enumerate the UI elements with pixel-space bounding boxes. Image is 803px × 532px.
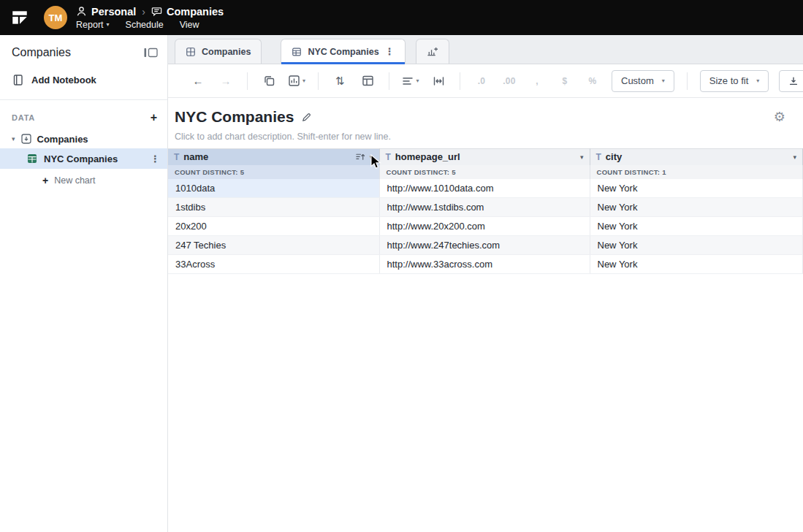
table-cell[interactable]: 1010data	[168, 179, 379, 198]
title-row: NYC Companies ⚙	[168, 98, 803, 126]
caret-down-icon[interactable]: ▾	[370, 153, 373, 161]
table-cell[interactable]: New York	[590, 255, 803, 274]
text-type-icon: T	[596, 152, 601, 162]
comma-format-button[interactable]: ,	[528, 72, 546, 91]
topbar: TM Personal › Companies Report ▾ Sc	[0, 0, 803, 35]
toolbar-divider	[687, 72, 688, 90]
toolbar-divider	[318, 72, 319, 90]
sidebar-item-companies-dataset[interactable]: ▾ Companies	[0, 129, 167, 148]
table-cell[interactable]: 20x200	[168, 217, 379, 236]
tab-strip: Companies NYC Companies ⋮	[168, 35, 803, 64]
table-cell[interactable]: http://www.1010data.com	[379, 179, 590, 198]
custom-format-button[interactable]: Custom ▾	[612, 70, 674, 92]
chevron-down-icon[interactable]: ▾	[12, 135, 15, 142]
collapse-sidebar-icon[interactable]	[143, 47, 159, 58]
percent-format-button[interactable]: %	[584, 72, 601, 91]
topbar-menu: Report ▾ Schedule View	[76, 20, 224, 30]
chart-description-placeholder[interactable]: Click to add chart description. Shift-en…	[168, 126, 803, 142]
sort-button[interactable]: ⇅	[331, 72, 349, 91]
column-stats-homepage-url: COUNT DISTINCT: 5	[379, 165, 590, 179]
table-icon	[292, 47, 302, 57]
column-label: city	[606, 151, 622, 162]
user-avatar[interactable]: TM	[44, 6, 67, 29]
caret-down-icon[interactable]: ▾	[793, 153, 796, 161]
forward-button[interactable]: →	[217, 72, 235, 91]
breadcrumb: Personal › Companies	[76, 6, 224, 18]
caret-down-icon[interactable]: ▾	[580, 153, 584, 161]
increase-decimal-button[interactable]: .00	[501, 72, 518, 91]
table-cell[interactable]: New York	[590, 217, 803, 236]
alignment-button[interactable]: ▾	[402, 72, 419, 91]
data-section-label: DATA	[12, 113, 35, 122]
sort-ascending-icon[interactable]	[355, 152, 365, 162]
table-row: 33Across http://www.33across.com New Yor…	[168, 255, 803, 274]
decrease-decimal-button[interactable]: .0	[473, 72, 490, 91]
column-stats-city: COUNT DISTINCT: 1	[590, 165, 803, 179]
kebab-menu-icon[interactable]: ⋮	[151, 153, 160, 164]
add-notebook-button[interactable]: Add Notebook	[0, 66, 167, 100]
collection-icon	[151, 6, 162, 17]
chart-type-button[interactable]: ▾	[288, 72, 305, 91]
table-icon	[26, 153, 38, 164]
menu-schedule[interactable]: Schedule	[126, 20, 164, 30]
table-cell[interactable]: http://www.1stdibs.com	[379, 198, 590, 217]
text-type-icon: T	[386, 152, 391, 162]
add-notebook-label: Add Notebook	[31, 75, 96, 86]
content-area: NYC Companies ⚙ Click to add chart descr…	[168, 98, 803, 532]
caret-down-icon: ▾	[416, 77, 419, 84]
table-cell[interactable]: http://www.33across.com	[379, 255, 590, 274]
toolbar-divider	[460, 72, 460, 90]
toolbar: ← → ▾ ⇅ ▾ .0 .00	[168, 64, 803, 98]
menu-view[interactable]: View	[180, 20, 199, 30]
settings-gear-icon[interactable]: ⚙	[774, 110, 785, 123]
sidebar-title: Companies	[12, 46, 71, 59]
main-area: Companies NYC Companies ⋮ ← →	[168, 35, 803, 532]
dataset-icon	[20, 133, 32, 145]
person-icon	[76, 6, 87, 17]
column-header-homepage-url[interactable]: T homepage_url ▾	[379, 149, 590, 165]
table-cell[interactable]: New York	[590, 198, 803, 217]
caret-down-icon: ▾	[302, 77, 305, 84]
sidebar-item-nyc-companies[interactable]: NYC Companies ⋮	[0, 148, 167, 169]
breadcrumb-item[interactable]: Companies	[167, 6, 224, 18]
table-cell[interactable]: 247 Techies	[168, 236, 379, 255]
edit-title-pencil-icon[interactable]	[301, 112, 312, 123]
table-cell[interactable]: http://www.20x200.com	[379, 217, 590, 236]
breadcrumb-workspace[interactable]: Personal	[91, 6, 136, 18]
column-header-name[interactable]: T name ▾	[168, 149, 379, 165]
tab-companies[interactable]: Companies	[175, 39, 262, 64]
column-stats-name: COUNT DISTINCT: 5	[168, 165, 379, 179]
toolbar-divider	[247, 72, 248, 90]
mode-logo[interactable]	[10, 7, 31, 28]
table-cell[interactable]: New York	[590, 236, 803, 255]
menu-report[interactable]: Report ▾	[76, 20, 110, 30]
fit-width-button[interactable]	[430, 72, 447, 91]
add-data-icon[interactable]: +	[151, 112, 157, 123]
toolbar-right-group: Size to fit ▾ Export	[680, 70, 803, 92]
topbar-nav-block: Personal › Companies Report ▾ Schedule V…	[76, 6, 224, 30]
text-type-icon: T	[174, 152, 179, 162]
table-cell[interactable]: 33Across	[168, 255, 379, 274]
table-row: 1stdibs http://www.1stdibs.com New York	[168, 198, 803, 217]
table-cell[interactable]: 1stdibs	[168, 198, 379, 217]
table-cell[interactable]: http://www.247techies.com	[379, 236, 590, 255]
add-chart-tab-button[interactable]	[416, 39, 449, 64]
column-stats-row: COUNT DISTINCT: 5 COUNT DISTINCT: 5 COUN…	[168, 165, 803, 179]
new-chart-button[interactable]: + New chart	[0, 169, 167, 192]
caret-down-icon: ▾	[662, 77, 665, 84]
sidebar-header: Companies	[0, 35, 167, 66]
tab-kebab-menu-icon[interactable]: ⋮	[385, 46, 395, 57]
back-button[interactable]: ←	[189, 72, 207, 91]
pivot-table-button[interactable]	[359, 72, 376, 91]
table-row: 247 Techies http://www.247techies.com Ne…	[168, 236, 803, 255]
page-title: NYC Companies	[175, 108, 294, 126]
table-cell[interactable]: New York	[590, 179, 803, 198]
column-header-city[interactable]: T city ▾	[590, 149, 803, 165]
duplicate-button[interactable]	[260, 72, 278, 91]
menu-view-label: View	[180, 20, 199, 30]
tab-nyc-companies[interactable]: NYC Companies ⋮	[281, 39, 405, 64]
size-to-fit-button[interactable]: Size to fit ▾	[700, 70, 769, 92]
caret-down-icon: ▾	[107, 21, 110, 28]
export-button[interactable]: Export	[779, 70, 803, 92]
currency-format-button[interactable]: $	[556, 72, 574, 91]
